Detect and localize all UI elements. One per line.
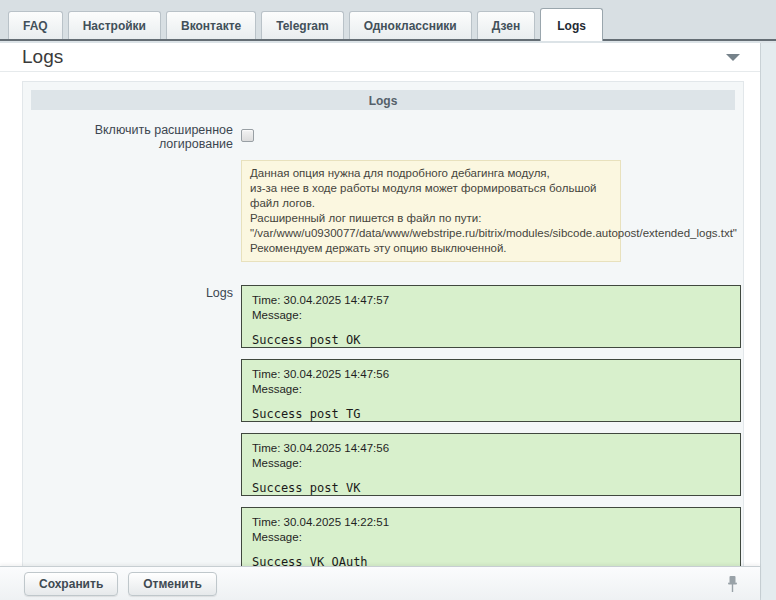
log-list: Time: 30.04.2025 14:47:57 Message: Succe… xyxy=(241,285,741,600)
title-row: Logs xyxy=(0,43,760,72)
tab-nastroyki[interactable]: Настройки xyxy=(68,11,161,39)
log-entry: Time: 30.04.2025 14:47:56 Message: Succe… xyxy=(241,359,741,422)
logs-label: Logs xyxy=(31,285,233,600)
log-time: 30.04.2025 14:22:51 xyxy=(284,516,390,528)
tab-faq[interactable]: FAQ xyxy=(8,11,63,39)
logs-row: Logs Time: 30.04.2025 14:47:57 Message: … xyxy=(31,285,735,600)
log-entry: Time: 30.04.2025 14:47:56 Message: Succe… xyxy=(241,433,741,496)
save-button[interactable]: Сохранить xyxy=(24,572,118,596)
log-time-prefix: Time: xyxy=(252,516,280,528)
cancel-button[interactable]: Отменить xyxy=(128,572,217,596)
form-menu-arrow-icon[interactable] xyxy=(726,54,740,61)
log-time-prefix: Time: xyxy=(252,442,280,454)
note-row: Данная опция нужна для подробного дебаги… xyxy=(31,160,735,262)
tab-vkontakte[interactable]: Вконтакте xyxy=(166,11,256,39)
log-time: 30.04.2025 14:47:56 xyxy=(284,368,390,380)
log-time: 30.04.2025 14:47:56 xyxy=(284,442,390,454)
extended-logging-note: Данная опция нужна для подробного дебаги… xyxy=(241,160,621,262)
extended-logging-label: Включить расширенное логирование xyxy=(31,122,233,151)
content-panel: Logs Logs Включить расширенное логирован… xyxy=(0,43,760,600)
tab-bar: FAQ Настройки Вконтакте Telegram Однокла… xyxy=(0,0,776,41)
page-title: Logs xyxy=(22,46,63,68)
log-message: Success post VK xyxy=(252,481,730,495)
footer-bar: Сохранить Отменить xyxy=(0,566,760,600)
log-entry: Time: 30.04.2025 14:22:51 Message: Succe… xyxy=(241,507,741,570)
extended-logging-row: Включить расширенное логирование xyxy=(31,122,735,151)
tab-odnoklassniki[interactable]: Одноклассники xyxy=(349,11,472,39)
log-message: Success post TG xyxy=(252,407,730,421)
logs-form: Logs Включить расширенное логирование Да… xyxy=(22,81,744,600)
log-time-prefix: Time: xyxy=(252,294,280,306)
log-message-label: Message: xyxy=(252,382,730,398)
note-line: "/var/www/u0930077/data/www/webstripe.ru… xyxy=(250,226,612,241)
note-line: Рекомендуем держать эту опцию выключенно… xyxy=(250,241,612,256)
note-line: Расширенный лог пишется в файл по пути: xyxy=(250,211,612,226)
note-line: Данная опция нужна для подробного дебаги… xyxy=(250,166,612,181)
log-message-label: Message: xyxy=(252,456,730,472)
note-line: из-за нее в ходе работы модуля может фор… xyxy=(250,181,612,211)
tab-dzen[interactable]: Дзен xyxy=(477,11,536,39)
form-section-header: Logs xyxy=(31,90,735,110)
log-message: Success post OK xyxy=(252,333,730,347)
tab-logs[interactable]: Logs xyxy=(540,8,603,41)
settings-page: FAQ Настройки Вконтакте Telegram Однокла… xyxy=(0,0,776,600)
log-time-prefix: Time: xyxy=(252,368,280,380)
log-message-label: Message: xyxy=(252,308,730,324)
log-message-label: Message: xyxy=(252,530,730,546)
log-entry: Time: 30.04.2025 14:47:57 Message: Succe… xyxy=(241,285,741,348)
log-time: 30.04.2025 14:47:57 xyxy=(284,294,390,306)
tab-telegram[interactable]: Telegram xyxy=(261,11,343,39)
extended-logging-checkbox[interactable] xyxy=(241,129,254,142)
pin-icon[interactable] xyxy=(727,575,738,597)
right-scrollbar-track xyxy=(760,43,776,600)
